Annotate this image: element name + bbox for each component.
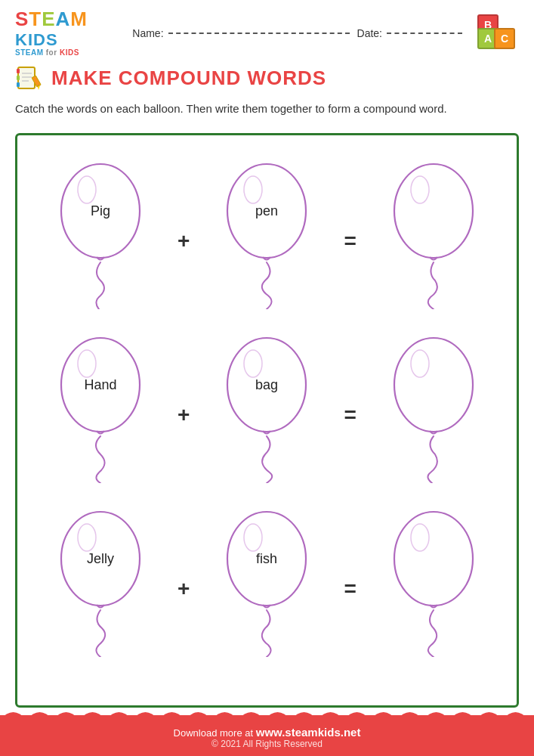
svg-point-32 — [394, 512, 473, 606]
svg-text:Jelly: Jelly — [87, 551, 114, 566]
svg-text:pen: pen — [255, 203, 278, 218]
svg-point-11 — [78, 176, 96, 203]
abc-blocks-icon: B A C — [477, 14, 519, 52]
balloon-item-bag: bag — [214, 324, 319, 483]
svg-rect-2 — [17, 76, 20, 80]
svg-point-30 — [244, 524, 262, 551]
name-line: Name: — [132, 27, 349, 39]
balloon-svg-pig: Pig — [48, 150, 153, 309]
svg-point-17 — [411, 176, 429, 203]
balloon-svg-answer-2 — [381, 324, 486, 483]
balloon-item-jelly: Jelly — [48, 498, 153, 657]
date-label: Date: — [357, 27, 382, 39]
balloon-item-answer-2 — [381, 324, 486, 483]
svg-text:bag: bag — [255, 377, 278, 392]
pencil-notebook-icon — [15, 64, 42, 91]
footer-copyright: © 2021 All Rights Reserved — [0, 739, 534, 749]
svg-text:fish: fish — [256, 551, 277, 566]
svg-point-22 — [244, 350, 262, 377]
balloon-svg-hand: Hand — [48, 324, 153, 483]
instructions: Catch the words on each balloon. Then wr… — [0, 98, 534, 127]
balloon-item-answer-1 — [381, 150, 486, 309]
operator-equals-1: = — [335, 206, 366, 253]
svg-point-27 — [78, 524, 96, 551]
balloon-row-1: Pig + pen = — [25, 143, 509, 317]
svg-point-16 — [394, 164, 473, 258]
name-label: Name: — [132, 27, 163, 39]
balloon-item-hand: Hand — [48, 324, 153, 483]
footer-wave-icon — [0, 705, 534, 720]
balloon-svg-answer-1 — [381, 150, 486, 309]
block-c: C — [494, 28, 515, 49]
operator-plus-1: + — [168, 206, 199, 253]
footer-url: www.steamkids.net — [256, 726, 361, 739]
logo-sub: STEAM for KIDS — [15, 48, 79, 57]
operator-plus-2: + — [168, 380, 199, 427]
logo-steam: STEAM KIDS — [15, 9, 110, 48]
svg-point-19 — [78, 350, 96, 377]
operator-plus-3: + — [168, 554, 199, 601]
balloon-item-fish: fish — [214, 498, 319, 657]
balloon-row-3: Jelly + fish = — [25, 491, 509, 665]
logo-area: STEAM KIDS STEAM for KIDS — [15, 9, 110, 57]
balloon-svg-bag: bag — [214, 324, 319, 483]
operator-equals-3: = — [335, 554, 366, 601]
svg-rect-1 — [17, 69, 20, 73]
header: STEAM KIDS STEAM for KIDS Name: Date: B … — [0, 0, 534, 61]
name-dotted-line — [168, 33, 350, 34]
svg-point-33 — [411, 524, 429, 551]
footer: Download more at www.steamkids.net © 202… — [0, 715, 534, 757]
footer-download-text: Download more at www.steamkids.net — [0, 726, 534, 739]
balloon-svg-pen: pen — [214, 150, 319, 309]
balloon-rows: Pig + pen = — [25, 143, 509, 665]
balloon-svg-answer-3 — [381, 498, 486, 657]
balloon-row-2: Hand + bag = — [25, 317, 509, 491]
balloon-item-pen: pen — [214, 150, 319, 309]
svg-text:Hand: Hand — [85, 377, 117, 392]
svg-point-25 — [411, 350, 429, 377]
svg-text:Pig: Pig — [91, 203, 110, 218]
date-dotted-line — [387, 33, 462, 34]
svg-point-14 — [244, 176, 262, 203]
page-title: MAKE COMPOUND WORDS — [51, 67, 326, 90]
svg-point-24 — [394, 338, 473, 432]
svg-rect-3 — [17, 82, 20, 87]
balloon-svg-jelly: Jelly — [48, 498, 153, 657]
operator-equals-2: = — [335, 380, 366, 427]
balloon-item-pig: Pig — [48, 150, 153, 309]
content-box: Pig + pen = — [15, 133, 519, 708]
balloon-item-answer-3 — [381, 498, 486, 657]
name-date-area: Name: Date: — [125, 27, 462, 39]
title-bar: MAKE COMPOUND WORDS — [0, 61, 534, 98]
balloon-svg-fish: fish — [214, 498, 319, 657]
date-line: Date: — [357, 27, 462, 39]
